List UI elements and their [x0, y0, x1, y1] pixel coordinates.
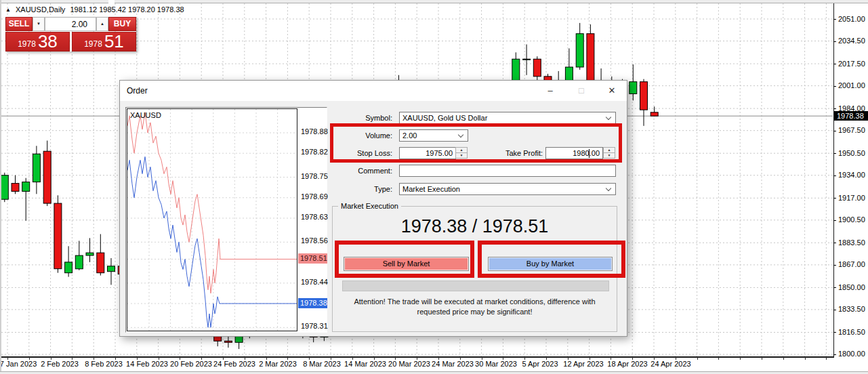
date-axis-label: 2 Mar 2023: [259, 360, 297, 368]
price-axis-label: 2051.00: [838, 15, 865, 24]
annotation-box-buy: [478, 241, 625, 278]
date-axis-label: 27 Jan 2023: [0, 360, 37, 368]
type-value: Market Execution: [402, 185, 460, 193]
tick-chart-price-label: 1978.88: [301, 127, 328, 136]
comment-input[interactable]: [399, 165, 616, 177]
price-axis-label: 1867.00: [838, 260, 865, 269]
candle: [97, 234, 104, 276]
price-axis-tick: [833, 131, 836, 131]
attention-line-1: Attention! The trade will be executed at…: [333, 297, 617, 307]
candle: [75, 241, 83, 270]
bid-price-badge: 1978.38: [298, 298, 327, 308]
tick-chart-price-label: 1978.56: [301, 236, 328, 245]
price-axis-label: 1800.00: [838, 350, 865, 358]
dialog-titlebar[interactable]: Order – □ ✕: [120, 81, 627, 101]
date-axis-label: 12 Apr 2023: [563, 360, 603, 368]
toolbar-notch: [108, 0, 115, 3]
price-axis-tick: [833, 153, 836, 154]
ohlc-values: 1981.12 1985.42 1978.20 1978.38: [70, 5, 184, 14]
price-axis-tick: [833, 175, 836, 176]
tick-chart-plot: XAUUSD: [127, 108, 297, 331]
price-axis-label: 1900.50: [838, 215, 865, 224]
type-label: Type:: [338, 185, 392, 194]
symbol-value: XAUUSD, Gold US Dollar: [402, 114, 487, 122]
dialog-title: Order: [127, 86, 148, 96]
annotation-box-fields: [330, 123, 622, 163]
date-axis-label: 14 Feb 2023: [126, 360, 168, 368]
volume-decrease-button[interactable]: ▼: [33, 17, 45, 31]
date-axis-label: 30 Mar 2023: [475, 360, 517, 368]
date-axis-label: 14 Mar 2023: [344, 360, 386, 368]
price-axis-label: 2034.50: [838, 37, 865, 45]
candle: [565, 48, 573, 84]
price-axis[interactable]: 1978.38 2051.002034.502017.502001.001984…: [834, 0, 868, 371]
date-axis-tick: [826, 357, 827, 360]
close-icon[interactable]: ✕: [596, 81, 627, 100]
annotation-box-sell: [335, 241, 474, 278]
date-axis-label: 8 Mar 2023: [303, 360, 341, 368]
collapse-triangle-icon[interactable]: ▲: [5, 7, 11, 13]
group-label: Market Execution: [338, 202, 401, 210]
volume-increase-button[interactable]: ▲: [96, 17, 108, 31]
date-axis-label: 2 Feb 2023: [41, 360, 79, 368]
candle: [523, 45, 531, 75]
minimize-icon[interactable]: –: [535, 81, 566, 100]
tick-chart-price-label: 1978.63: [301, 213, 328, 221]
date-axis-tick: [697, 357, 698, 360]
ask-price-badge: 1978.51: [298, 253, 327, 264]
tick-chart-lines: [127, 109, 297, 331]
tick-chart-price-label: 1978.82: [301, 148, 328, 156]
disabled-strip: [342, 280, 609, 291]
quick-sell-button[interactable]: SELL: [5, 17, 33, 31]
ask-line: [127, 112, 297, 293]
price-axis-label: 1833.50: [838, 305, 865, 314]
candle: [1, 173, 8, 202]
date-axis-label: 20 Mar 2023: [388, 360, 430, 368]
type-select[interactable]: Market Execution: [399, 183, 616, 195]
price-axis-tick: [833, 310, 836, 310]
date-axis-label: 24 Feb 2023: [213, 360, 255, 368]
tick-chart-price-label: 1978.69: [301, 192, 328, 201]
symbol-period-label: XAUUSD,Daily: [16, 5, 65, 14]
symbol-select[interactable]: XAUUSD, Gold US Dollar: [399, 112, 616, 124]
quick-volume-input[interactable]: 2.00: [45, 17, 96, 31]
tick-chart-symbol-label: XAUUSD: [130, 111, 161, 119]
date-axis-tick: [740, 357, 741, 360]
tick-chart-price-label: 1978.75: [301, 172, 328, 180]
candle: [43, 141, 51, 207]
attention-line-2: requested price may be significant!: [333, 307, 617, 317]
price-axis-tick: [833, 287, 836, 288]
date-axis-tick: [762, 357, 762, 360]
date-axis-label: 24 Apr 2023: [650, 360, 690, 368]
candle: [640, 79, 648, 126]
price-axis-tick: [833, 354, 836, 355]
date-axis-label: 8 Feb 2023: [85, 360, 123, 368]
comment-label: Comment:: [338, 167, 392, 175]
candle: [587, 24, 594, 85]
date-axis-tick: [718, 357, 719, 360]
price-axis-tick: [833, 265, 836, 266]
price-axis-tick: [833, 86, 836, 87]
candle: [22, 178, 30, 221]
date-axis-tick: [805, 357, 806, 360]
ask-price-display[interactable]: 1978 51: [72, 32, 136, 51]
candle: [54, 195, 62, 272]
price-axis-label: 1816.50: [838, 328, 865, 337]
price-axis-label: 1934.00: [838, 171, 865, 180]
symbol-label: Symbol:: [338, 114, 392, 123]
candle: [12, 175, 19, 194]
attention-text: Attention! The trade will be executed at…: [333, 297, 617, 317]
bid-price-display[interactable]: 1978 38: [5, 32, 70, 51]
maximize-icon: □: [566, 81, 597, 100]
price-axis-label: 1984.00: [838, 104, 865, 113]
ask-price-minor: 51: [104, 33, 124, 50]
quick-buy-button[interactable]: BUY: [108, 17, 136, 31]
date-axis[interactable]: 27 Jan 20232 Feb 20238 Feb 202314 Feb 20…: [0, 358, 833, 371]
candle: [86, 238, 94, 262]
candle: [533, 56, 541, 82]
price-axis-label: 1967.50: [838, 126, 865, 135]
date-axis-label: 5 Apr 2023: [522, 360, 558, 368]
price-axis-label: 1917.00: [838, 194, 865, 203]
price-axis-label: 1850.00: [838, 283, 865, 292]
price-axis-tick: [833, 108, 836, 109]
